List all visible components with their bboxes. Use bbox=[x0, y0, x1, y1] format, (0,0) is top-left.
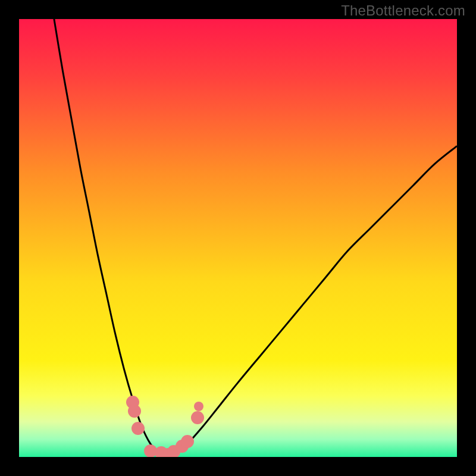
chart-frame: TheBottleneck.com bbox=[0, 0, 476, 476]
data-dot-left-cluster-mid bbox=[128, 405, 141, 418]
data-dot-right-cluster-upper bbox=[191, 411, 204, 424]
data-dot-right-cluster-top bbox=[194, 402, 203, 411]
watermark-text: TheBottleneck.com bbox=[341, 2, 465, 19]
plot-area bbox=[19, 19, 457, 457]
curve-layer bbox=[19, 19, 457, 457]
bottleneck-curve bbox=[54, 19, 457, 456]
data-dot-right-rise-2 bbox=[181, 435, 194, 448]
